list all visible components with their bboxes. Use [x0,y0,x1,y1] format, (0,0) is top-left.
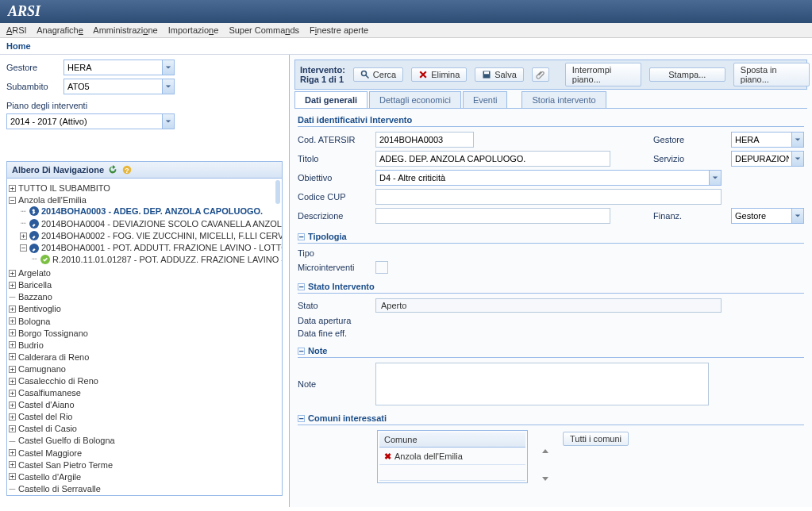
tree-item[interactable]: Castello d'Argile [18,472,81,482]
menu-finestre-aperte[interactable]: Finestre aperte [310,25,368,35]
tree-item[interactable]: Borgo Tossignano [18,328,88,338]
chevron-down-icon[interactable] [162,79,175,94]
cod-atersir-input[interactable] [375,132,474,148]
tree-item[interactable]: Baricella [18,280,52,290]
tab-dettagli-economici[interactable]: Dettagli economici [369,91,461,108]
chevron-down-icon[interactable] [162,113,175,129]
chevron-down-icon[interactable] [791,151,804,167]
navigation-tree[interactable]: +TUTTO IL SUBAMBITO −Anzola dell'Emilia … [6,179,283,496]
tree-item[interactable]: Argelato [18,268,51,278]
tree-toggle[interactable]: − [9,197,16,204]
tree-toggle[interactable]: + [9,402,16,409]
delete-row-icon[interactable]: ✖ [384,451,391,461]
tree-item[interactable]: Castel Guelfo di Bologna [18,436,115,446]
interrompi-button[interactable]: Interrompi piano... [565,63,641,86]
subambito-input[interactable] [63,79,175,94]
tree-scrollbar-thumb[interactable] [275,180,280,204]
tree-item[interactable]: Castel del Rio [18,412,72,421]
tree-item[interactable]: Camugnano [18,364,66,374]
titolo-input[interactable] [375,151,610,167]
tree-item[interactable]: Bazzano [18,292,52,302]
tree-item[interactable]: Casalfiumanese [18,388,81,398]
tree-toggle[interactable]: + [9,378,16,385]
chevron-down-icon[interactable] [791,208,804,224]
tab-dati-generali[interactable]: Dati generali [294,91,368,108]
tree-toggle[interactable]: + [9,390,16,397]
stampa-button[interactable]: Stampa... [649,67,725,82]
tree-toggle[interactable]: + [20,232,27,240]
tree-toggle[interactable]: + [9,449,16,456]
tree-toggle[interactable]: + [9,305,16,313]
tab-storia-intervento[interactable]: Storia intervento [521,91,606,108]
menu-anagrafiche[interactable]: Anagrafiche [37,25,83,35]
collapse-icon[interactable]: − [298,415,305,422]
table-row[interactable] [379,467,525,481]
tree-item-selected[interactable]: 2014BOHA0003 - ADEG. DEP. ANZOLA CAPOLUO… [41,206,263,216]
tree-item[interactable]: Bologna [18,317,50,326]
tree-toggle[interactable]: + [9,425,16,432]
gestore-r-select[interactable] [731,132,804,148]
tree-item[interactable]: Castel di Casio [18,424,77,433]
piano-input[interactable] [6,113,175,129]
collapse-icon[interactable]: − [298,233,305,240]
arrow-up-icon[interactable] [542,449,548,453]
gestore-input[interactable] [63,60,175,75]
info-icon[interactable]: ? [121,164,133,175]
breadcrumb[interactable]: Home [0,38,812,55]
tree-item[interactable]: Castel d'Aiano [18,400,75,409]
micro-checkbox[interactable] [375,261,388,274]
tab-eventi[interactable]: Eventi [463,91,508,108]
tree-item[interactable]: Calderara di Reno [18,352,89,362]
menu-importazione[interactable]: Importazione [168,25,219,35]
tree-toggle[interactable]: + [9,329,16,336]
table-row[interactable]: ✖Anzola dell'Emilia [379,449,525,465]
subambito-select[interactable] [63,79,175,94]
attach-button[interactable] [532,67,549,82]
tree-node-expanded[interactable]: Anzola dell'Emilia [18,195,87,205]
tree-toggle[interactable]: − [20,244,27,252]
menu-arsi[interactable]: ARSI [6,25,27,35]
tree-item[interactable]: 2014BOHA0002 - FOG. VIE ZUCCHINI, MICELL… [41,231,283,240]
tree-toggle[interactable]: + [9,317,16,325]
chevron-down-icon[interactable] [162,60,175,75]
arrow-down-icon[interactable] [542,477,548,481]
tree-toggle[interactable]: + [9,473,16,480]
tree-toggle[interactable]: + [9,341,16,348]
tree-item[interactable]: Castel Maggiore [18,448,82,458]
servizio-select[interactable] [731,151,804,167]
tree-item[interactable]: Castel San Pietro Terme [18,460,113,470]
finanz-select[interactable] [731,208,804,224]
tree-toggle[interactable]: + [9,366,16,373]
tree-item[interactable]: Casalecchio di Reno [18,376,98,386]
elimina-button[interactable]: Elimina [411,67,467,82]
chevron-down-icon[interactable] [791,132,804,148]
tree-toggle[interactable]: + [9,270,16,277]
tree-toggle[interactable]: + [9,461,16,468]
piano-select[interactable] [6,113,175,129]
note-textarea[interactable] [375,363,709,405]
collapse-icon[interactable]: − [298,283,305,290]
sposta-button[interactable]: Sposta in piano... [733,63,810,86]
tutti-comuni-button[interactable]: Tutti i comuni [563,432,629,446]
descrizione-input[interactable] [375,208,610,224]
obiettivo-select[interactable] [375,170,722,186]
salva-button[interactable]: Salva [475,67,524,82]
gestore-select[interactable] [63,60,175,75]
tree-item[interactable]: 2014BOHA0001 - POT. ADDUTT. FRAZIONE LAV… [41,244,283,253]
tree-root[interactable]: TUTTO IL SUBAMBITO [18,183,110,193]
tree-item[interactable]: Budrio [18,340,44,350]
chevron-down-icon[interactable] [709,170,722,186]
tree-toggle[interactable]: + [9,413,16,421]
menu-super-commands[interactable]: Super Commands [229,25,299,35]
tree-item[interactable]: R.2010.11.01.01287 - POT. ADDUZZ. FRAZIO… [52,255,283,264]
tree-toggle[interactable]: + [9,353,16,360]
tree-toggle[interactable]: + [9,282,16,289]
tree-item[interactable]: Castello di Serravalle [18,484,101,494]
cup-input[interactable] [375,189,722,205]
tree-toggle[interactable]: + [9,185,16,192]
tree-item[interactable]: Bentivoglio [18,305,61,314]
cerca-button[interactable]: Cerca [353,67,403,82]
menu-amministrazione[interactable]: Amministrazione [93,25,157,35]
tree-item[interactable]: 2014BOHA0004 - DEVIAZIONE SCOLO CAVANELL… [41,219,283,229]
collapse-icon[interactable]: − [298,348,305,355]
